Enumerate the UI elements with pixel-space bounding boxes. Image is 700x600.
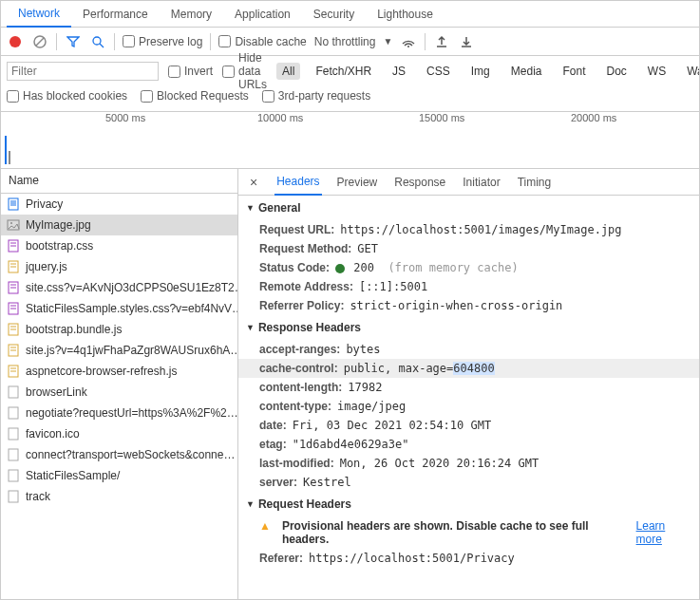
tab-initiator[interactable]: Initiator <box>461 170 501 195</box>
request-name: bootstrap.css <box>26 239 93 253</box>
request-name: jquery.js <box>26 260 67 273</box>
tab-network[interactable]: Network <box>7 1 71 28</box>
request-row[interactable]: negotiate?requestUrl=https%3A%2F%2… <box>1 403 237 423</box>
request-name: aspnetcore-browser-refresh.js <box>26 365 177 378</box>
request-row[interactable]: StaticFilesSample.styles.css?v=ebf4NvV… <box>1 298 237 319</box>
request-name: StaticFilesSample/ <box>26 469 120 482</box>
download-icon[interactable] <box>458 33 475 50</box>
kv-remote-address: Remote Address:[::1]:5001 <box>238 277 699 296</box>
devtools-tabbar: Network Performance Memory Application S… <box>1 1 699 28</box>
preserve-log-checkbox[interactable]: Preserve log <box>123 35 202 48</box>
svg-line-3 <box>100 44 104 47</box>
invert-checkbox[interactable]: Invert <box>168 65 213 78</box>
column-header-name[interactable]: Name <box>1 169 237 194</box>
type-css[interactable]: CSS <box>421 63 456 80</box>
disable-cache-checkbox[interactable]: Disable cache <box>218 35 306 48</box>
tab-security[interactable]: Security <box>302 2 366 27</box>
request-row[interactable]: StaticFilesSample/ <box>1 465 237 486</box>
section-general[interactable]: General <box>238 196 699 220</box>
type-ws[interactable]: WS <box>642 63 672 80</box>
file-icon <box>7 218 20 232</box>
request-row[interactable]: MyImage.jpg <box>1 215 237 235</box>
svg-rect-37 <box>9 491 18 502</box>
tick-label: 20000 ms <box>571 112 616 123</box>
tab-preview[interactable]: Preview <box>335 170 380 195</box>
request-row[interactable]: track <box>1 486 237 507</box>
request-name: StaticFilesSample.styles.css?v=ebf4NvV… <box>26 302 237 315</box>
request-row[interactable]: favicon.ico <box>1 423 237 444</box>
filter-bar: Invert Hide data URLs All Fetch/XHR JS C… <box>1 56 699 112</box>
section-request-headers[interactable]: Request Headers <box>238 492 699 516</box>
svg-rect-34 <box>9 428 18 440</box>
response-header-row: content-type:image/jpeg <box>238 397 699 416</box>
type-js[interactable]: JS <box>387 63 411 80</box>
svg-rect-32 <box>9 386 18 398</box>
type-fetch[interactable]: Fetch/XHR <box>310 63 377 80</box>
waterfall-marker <box>5 136 10 164</box>
hide-data-urls-checkbox[interactable]: Hide data URLs <box>222 51 267 91</box>
status-dot-icon <box>335 264 345 273</box>
request-row[interactable]: aspnetcore-browser-refresh.js <box>1 361 237 382</box>
file-icon <box>7 302 20 315</box>
request-row[interactable]: browserLink <box>1 382 237 403</box>
chevron-down-icon[interactable]: ▼ <box>383 36 392 47</box>
type-all[interactable]: All <box>276 63 300 80</box>
request-row[interactable]: bootstrap.bundle.js <box>1 319 237 340</box>
tab-memory[interactable]: Memory <box>160 2 223 27</box>
tick-label: 15000 ms <box>419 112 464 123</box>
request-name: bootstrap.bundle.js <box>26 323 122 336</box>
upload-icon[interactable] <box>433 33 450 50</box>
divider <box>56 33 57 50</box>
blocked-requests-checkbox[interactable]: Blocked Requests <box>141 89 249 103</box>
timeline-overview[interactable]: 5000 ms 10000 ms 15000 ms 20000 ms <box>1 112 699 169</box>
response-header-row: last-modified:Mon, 26 Oct 2020 20:16:24 … <box>238 454 699 473</box>
tab-application[interactable]: Application <box>223 2 302 27</box>
request-row[interactable]: jquery.js <box>1 256 237 277</box>
svg-rect-5 <box>9 198 18 210</box>
record-button[interactable] <box>7 33 24 50</box>
close-icon[interactable]: × <box>246 175 261 190</box>
filter-input[interactable] <box>7 62 159 81</box>
request-name: MyImage.jpg <box>26 218 91 232</box>
search-icon[interactable] <box>89 33 106 50</box>
warning-icon: ▲ <box>259 519 271 533</box>
tab-headers[interactable]: Headers <box>274 169 321 196</box>
filter-icon[interactable] <box>65 33 82 50</box>
request-row[interactable]: site.js?v=4q1jwFhaPaZgr8WAUSrux6hA… <box>1 340 237 361</box>
type-doc[interactable]: Doc <box>600 63 632 80</box>
type-img[interactable]: Img <box>465 63 496 80</box>
kv-referrer-policy: Referrer Policy:strict-origin-when-cross… <box>238 296 699 315</box>
request-list: Name PrivacyMyImage.jpgbootstrap.cssjque… <box>1 169 238 600</box>
network-conditions-icon[interactable] <box>400 33 417 50</box>
type-font[interactable]: Font <box>557 63 591 80</box>
divider <box>210 33 211 50</box>
clear-button[interactable] <box>31 33 48 50</box>
request-row[interactable]: bootstrap.css <box>1 235 237 256</box>
tab-response[interactable]: Response <box>392 170 447 195</box>
type-wasm[interactable]: Wasm <box>681 63 700 80</box>
response-header-row: content-length:17982 <box>238 378 699 397</box>
tab-timing[interactable]: Timing <box>516 170 554 195</box>
throttling-select[interactable]: No throttling <box>314 35 376 48</box>
request-name: connect?transport=webSockets&conne… <box>26 448 235 461</box>
file-icon <box>7 260 20 273</box>
kv-referer: Referer:https://localhost:5001/Privacy <box>238 549 699 568</box>
main-split: Name PrivacyMyImage.jpgbootstrap.cssjque… <box>1 169 699 600</box>
request-row[interactable]: connect?transport=webSockets&conne… <box>1 444 237 465</box>
request-row[interactable]: Privacy <box>1 194 237 215</box>
request-name: track <box>26 490 50 503</box>
tab-lighthouse[interactable]: Lighthouse <box>366 2 445 27</box>
learn-more-link[interactable]: Learn more <box>636 519 691 546</box>
request-row[interactable]: site.css?v=AKvNjO3dCPPS0eSU1Ez8T2… <box>1 277 237 298</box>
third-party-checkbox[interactable]: 3rd-party requests <box>262 89 370 103</box>
request-name: favicon.ico <box>26 427 80 441</box>
svg-rect-36 <box>9 470 18 481</box>
tab-performance[interactable]: Performance <box>71 2 160 27</box>
blocked-cookies-checkbox[interactable]: Has blocked cookies <box>7 89 127 103</box>
type-media[interactable]: Media <box>505 63 548 80</box>
request-name: browserLink <box>26 385 87 399</box>
tick-label: 5000 ms <box>105 112 145 123</box>
svg-point-2 <box>93 37 101 45</box>
file-icon <box>7 344 20 357</box>
section-response-headers[interactable]: Response Headers <box>238 315 699 340</box>
